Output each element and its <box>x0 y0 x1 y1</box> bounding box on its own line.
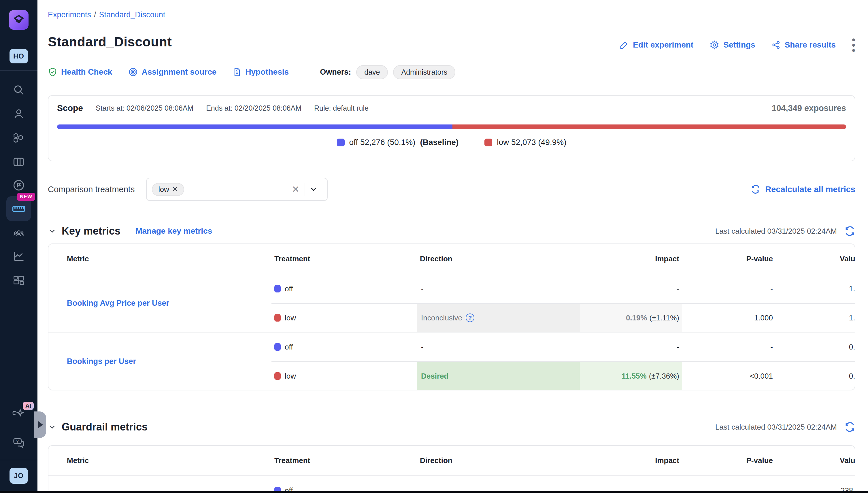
share-results-button[interactable]: Share results <box>771 40 836 49</box>
workspace-badge: HO <box>9 49 28 63</box>
sidebar-item-support[interactable]: ? <box>0 434 38 451</box>
sidebar-item-experiments-active[interactable]: NEW <box>0 196 38 221</box>
metric-cell: Booking Avg Price per User <box>48 274 272 332</box>
breadcrumb-experiments[interactable]: Experiments <box>48 10 91 19</box>
breadcrumb-separator: / <box>94 10 96 19</box>
comparison-treatments-select[interactable]: low ✕ ✕ <box>146 178 328 201</box>
statsig-logo-icon <box>9 10 28 30</box>
allocation-bar <box>57 125 846 129</box>
sidebar-item-users[interactable] <box>0 106 38 122</box>
metric-cell: Bookings per User <box>48 333 272 390</box>
workspace-switcher[interactable]: HO <box>0 46 38 66</box>
sidebar-item-ai-assistant[interactable]: AI <box>0 405 38 423</box>
svg-text:?: ? <box>16 439 18 444</box>
legend-item: low 52,073 (49.9%) <box>484 138 566 147</box>
metric-row-group: Bookings per Useroff---0.1lowDesired11.5… <box>48 333 855 390</box>
sidebar-expand-handle[interactable] <box>34 411 46 438</box>
column-header-pvalue: P-value <box>682 254 776 263</box>
comparison-row: Comparison treatments low ✕ ✕ Recalculat… <box>48 176 855 202</box>
sidebar-item-dashboards[interactable] <box>0 273 38 289</box>
settings-button[interactable]: Settings <box>710 40 755 50</box>
scope-ends: Ends at: 02/20/2025 08:06AM <box>206 104 301 112</box>
allocation-segment-off <box>57 125 452 129</box>
hexagons-icon <box>12 131 25 144</box>
value-cell: 1.0 <box>776 304 855 332</box>
assignment-source-link[interactable]: Assignment source <box>128 67 216 77</box>
refresh-icon[interactable] <box>844 422 855 432</box>
direction-label: - <box>421 343 424 351</box>
viewport-bottom-edge <box>0 491 868 493</box>
owner-chip-dave[interactable]: dave <box>356 65 388 79</box>
key-metrics-last-calculated: Last calculated 03/31/2025 02:24AM <box>715 227 837 236</box>
app-logo[interactable] <box>0 10 38 30</box>
p-value-cell: <0.001 <box>682 362 776 390</box>
treatment-row-off: off---1.0 <box>272 274 855 303</box>
treatment-cell: off <box>272 333 417 361</box>
share-results-label: Share results <box>785 40 836 49</box>
refresh-icon[interactable] <box>844 226 855 237</box>
treatment-cell: low <box>272 362 417 390</box>
manage-key-metrics-link[interactable]: Manage key metrics <box>135 227 212 236</box>
legend-swatch <box>484 138 492 146</box>
collapse-section-icon[interactable] <box>48 423 57 431</box>
experiment-sublinks: Health Check Assignment source Hypothesi… <box>48 65 455 80</box>
sidebar-item-audiences[interactable] <box>0 225 38 241</box>
more-menu-button[interactable]: ••• <box>852 37 855 53</box>
legend-item: off 52,276 (50.1%) (Baseline) <box>337 138 459 147</box>
treatment-swatch <box>274 372 281 380</box>
treatment-rows: off---0.1lowDesired11.55%(±7.36%)<0.0010… <box>272 333 855 390</box>
sidebar-item-pulse[interactable] <box>0 177 38 193</box>
sidebar-item-feature-gates[interactable] <box>0 130 38 146</box>
owner-chip-administrators[interactable]: Administrators <box>393 65 455 79</box>
health-check-link[interactable]: Health Check <box>48 67 112 77</box>
treatment-swatch <box>274 285 281 293</box>
metric-link[interactable]: Bookings per User <box>67 357 136 366</box>
impact-value: - <box>677 284 679 293</box>
sidebar-item-metrics[interactable] <box>0 248 38 264</box>
chevron-down-icon[interactable] <box>305 185 322 194</box>
edit-experiment-label: Edit experiment <box>633 40 693 49</box>
user-icon <box>13 108 25 120</box>
direction-cell: Inconclusive? <box>417 304 580 332</box>
chip-remove-icon[interactable]: ✕ <box>172 185 178 193</box>
sidebar-item-search[interactable] <box>0 82 38 98</box>
direction-label: Inconclusive <box>421 314 462 322</box>
help-icon[interactable]: ? <box>466 314 474 322</box>
new-badge: NEW <box>17 193 35 201</box>
impact-cell: 0.19%(±1.11%) <box>580 304 682 332</box>
column-header-metric: Metric <box>48 254 272 263</box>
shield-check-icon <box>48 67 58 77</box>
target-icon <box>128 67 138 77</box>
metric-link[interactable]: Booking Avg Price per User <box>67 299 169 308</box>
treatment-name: low <box>285 314 296 322</box>
guardrail-metrics-card: MetricTreatmentDirectionImpactP-valueVal… <box>48 445 855 493</box>
treatment-cell: low <box>272 304 417 332</box>
treatment-chip-low[interactable]: low ✕ <box>152 183 184 196</box>
column-header-treatment: Treatment <box>272 456 417 465</box>
column-header-impact: Impact <box>580 254 682 263</box>
column-header-value: Value <box>776 456 855 465</box>
recalculate-all-metrics-button[interactable]: Recalculate all metrics <box>751 185 855 194</box>
user-avatar[interactable]: JO <box>0 466 38 486</box>
share-icon <box>771 40 781 49</box>
table-header-row: MetricTreatmentDirectionImpactP-valueVal… <box>48 244 855 274</box>
collapse-section-icon[interactable] <box>48 227 57 235</box>
table-header-row: MetricTreatmentDirectionImpactP-valueVal… <box>48 446 855 476</box>
impact-value: - <box>677 343 679 351</box>
clear-all-icon[interactable]: ✕ <box>287 184 305 195</box>
treatment-swatch <box>274 314 281 322</box>
p-value-cell: 1.000 <box>682 304 776 332</box>
key-metrics-header: Key metrics Manage key metrics Last calc… <box>48 222 855 240</box>
sidebar-divider <box>0 460 38 460</box>
hypothesis-link[interactable]: Hypothesis <box>233 67 289 77</box>
impact-cell: 11.55%(±7.36%) <box>580 362 682 390</box>
breadcrumb-current[interactable]: Standard_Discount <box>99 10 165 19</box>
treatment-cell: off <box>272 274 417 303</box>
sidebar-item-dynamic-config[interactable] <box>0 154 38 170</box>
direction-cell: Desired <box>417 362 580 390</box>
edit-experiment-button[interactable]: Edit experiment <box>619 40 693 49</box>
scope-card: Scope Starts at: 02/06/2025 08:06AM Ends… <box>48 95 855 162</box>
expand-arrow-icon <box>38 421 43 428</box>
assignment-source-label: Assignment source <box>142 67 216 77</box>
owners-label: Owners: <box>320 68 351 77</box>
